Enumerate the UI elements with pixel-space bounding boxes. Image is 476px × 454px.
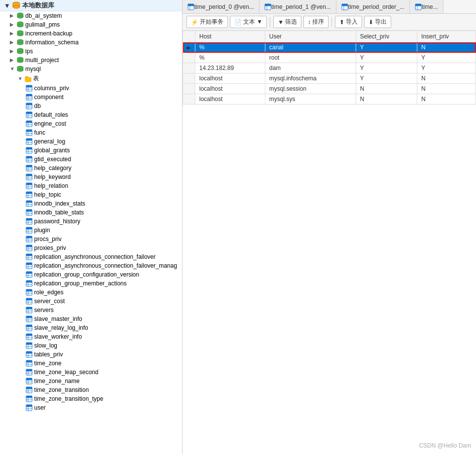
- table-item-replication_asynchronous_connection_failover[interactable]: replication_asynchronous_connection_fail…: [0, 252, 182, 261]
- table-group[interactable]: ▼ 表: [0, 73, 182, 84]
- tab-label: time_period_0 @ven...: [194, 3, 254, 10]
- table-item-time_zone_transition[interactable]: time_zone_transition: [0, 385, 182, 394]
- table-item-help_category[interactable]: help_category: [0, 164, 182, 173]
- svg-rect-200: [26, 360, 32, 362]
- svg-rect-110: [26, 201, 32, 203]
- tab-label: time_period_order_...: [348, 3, 404, 10]
- col-header-host[interactable]: Host: [195, 31, 265, 42]
- table-item-server_cost[interactable]: server_cost: [0, 297, 182, 306]
- svg-rect-100: [26, 183, 32, 185]
- table-item-replication_group_configuration_version[interactable]: replication_group_configuration_version: [0, 270, 182, 279]
- col-header-user[interactable]: User: [265, 31, 356, 42]
- table-item-tables_priv[interactable]: tables_priv: [0, 350, 182, 359]
- import-button[interactable]: ⬆ 导入: [335, 16, 362, 28]
- table-item-slave_relay_log_info[interactable]: slave_relay_log_info: [0, 323, 182, 332]
- table-row[interactable]: %rootYY: [183, 53, 476, 63]
- svg-rect-125: [26, 227, 32, 229]
- table-cell: N: [417, 84, 476, 94]
- table-row[interactable]: localhostmysql.infoschemaYN: [183, 73, 476, 84]
- table-item-label: replication_group_configuration_version: [34, 271, 139, 278]
- table-item-innodb_index_stats[interactable]: innodb_index_stats: [0, 199, 182, 208]
- db-item-db_ai_system[interactable]: ▶ db_ai_system: [0, 11, 182, 20]
- export-button[interactable]: ⬇ 导出: [364, 16, 391, 28]
- col-header-insert-priv[interactable]: Insert_priv: [417, 31, 476, 42]
- table-item-engine_cost[interactable]: engine_cost: [0, 119, 182, 128]
- table-cell: N: [417, 73, 476, 84]
- sidebar-header[interactable]: ▼ 本地数据库: [0, 0, 182, 11]
- svg-rect-160: [26, 289, 32, 291]
- table-item-innodb_table_stats[interactable]: innodb_table_stats: [0, 208, 182, 217]
- table-icon: [26, 244, 33, 251]
- svg-rect-241: [415, 4, 421, 6]
- sort-button[interactable]: ↕ 排序: [303, 16, 329, 28]
- table-item-replication_asynchronous_connection_failover_manag[interactable]: replication_asynchronous_connection_fail…: [0, 261, 182, 270]
- table-row[interactable]: localhostmysql.sysNN: [183, 94, 476, 105]
- sort-icon: ↕: [308, 19, 311, 26]
- table-item-slave_master_info[interactable]: slave_master_info: [0, 314, 182, 323]
- table-item-plugin[interactable]: plugin: [0, 226, 182, 235]
- table-cell: N: [417, 94, 476, 105]
- table-item-role_edges[interactable]: role_edges: [0, 288, 182, 297]
- table-row[interactable]: localhostmysql.sessionNN: [183, 84, 476, 94]
- table-item-servers[interactable]: servers: [0, 306, 182, 314]
- table-item-time_zone[interactable]: time_zone: [0, 359, 182, 368]
- svg-rect-95: [26, 174, 32, 176]
- table-item-password_history[interactable]: password_history: [0, 217, 182, 226]
- table-item-time_zone_name[interactable]: time_zone_name: [0, 377, 182, 385]
- col-header-select-priv[interactable]: Select_priv: [356, 31, 417, 42]
- table-item-time_zone_transition_type[interactable]: time_zone_transition_type: [0, 394, 182, 403]
- table-item-gtid_executed[interactable]: gtid_executed: [0, 155, 182, 164]
- table-item-general_log[interactable]: general_log: [0, 137, 182, 146]
- table-item-component[interactable]: component: [0, 93, 182, 102]
- tab-0[interactable]: time_period_0 @ven...: [183, 0, 259, 13]
- svg-rect-50: [26, 94, 32, 96]
- db-item-gulimall_pms[interactable]: ▶ gulimall_pms: [0, 20, 182, 29]
- svg-rect-65: [26, 121, 32, 123]
- table-item-db[interactable]: db: [0, 102, 182, 110]
- table-item-replication_group_member_actions[interactable]: replication_group_member_actions: [0, 279, 182, 288]
- table-item-procs_priv[interactable]: procs_priv: [0, 235, 182, 244]
- table-item-label: password_history: [34, 218, 80, 225]
- db-item-multi_project[interactable]: ▶ multi_project: [0, 56, 182, 65]
- db-label: information_schema: [25, 39, 78, 46]
- table-item-func[interactable]: func: [0, 128, 182, 137]
- table-item-columns_priv[interactable]: columns_priv: [0, 84, 182, 93]
- table-cell: mysql.session: [265, 84, 356, 94]
- table-item-slow_log[interactable]: slow_log: [0, 341, 182, 350]
- table-item-proxies_priv[interactable]: proxies_priv: [0, 244, 182, 252]
- table-item-label: role_edges: [34, 289, 63, 296]
- table-row[interactable]: 14.23.182.89damYY: [183, 63, 476, 73]
- table-item-help_relation[interactable]: help_relation: [0, 181, 182, 190]
- table-item-global_grants[interactable]: global_grants: [0, 146, 182, 155]
- transaction-icon: ⚡: [191, 19, 198, 26]
- db-item-ips[interactable]: ▶ ips: [0, 47, 182, 56]
- tab-2[interactable]: time_period_order_...: [336, 0, 410, 13]
- export-label: 导出: [375, 18, 387, 26]
- table-icon: [26, 236, 33, 243]
- table-item-time_zone_leap_second[interactable]: time_zone_leap_second: [0, 368, 182, 377]
- table-item-default_roles[interactable]: default_roles: [0, 110, 182, 119]
- filter-button[interactable]: ▼ 筛选: [273, 16, 301, 28]
- row-indicator-cell: [183, 53, 195, 63]
- svg-rect-155: [26, 280, 32, 282]
- svg-rect-205: [26, 369, 32, 371]
- table-cell: Y: [356, 73, 417, 84]
- db-label: gulimall_pms: [25, 21, 60, 28]
- transaction-button[interactable]: ⚡ 开始事务: [186, 16, 228, 28]
- table-item-help_keyword[interactable]: help_keyword: [0, 173, 182, 181]
- sidebar: ▼ 本地数据库 ▶ db_ai_system ▶ gulimall_pms ▶: [0, 0, 183, 454]
- table-item-user[interactable]: user: [0, 403, 182, 412]
- tab-1[interactable]: time_period_1 @ven...: [259, 0, 336, 13]
- tab-3[interactable]: time...: [410, 0, 443, 13]
- table-item-label: innodb_index_stats: [34, 200, 85, 207]
- tab-table-icon: [264, 3, 271, 10]
- table-item-label: slave_worker_info: [34, 333, 82, 340]
- db-item-increment-backup[interactable]: ▶ increment-backup: [0, 29, 182, 38]
- db-item-mysql[interactable]: ▼ mysql: [0, 65, 182, 73]
- table-row[interactable]: ▶%canalYN: [183, 42, 476, 53]
- table-item-help_topic[interactable]: help_topic: [0, 190, 182, 199]
- table-icon: [26, 360, 33, 367]
- text-button[interactable]: 📄 文本 ▼: [230, 16, 267, 28]
- db-item-information_schema[interactable]: ▶ information_schema: [0, 38, 182, 47]
- table-item-slave_worker_info[interactable]: slave_worker_info: [0, 332, 182, 341]
